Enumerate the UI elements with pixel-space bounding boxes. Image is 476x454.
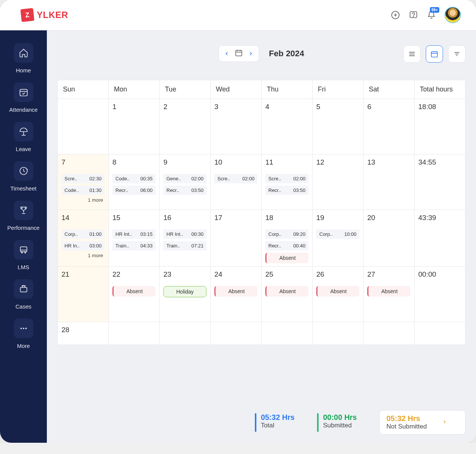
calendar-day-cell[interactable]: 9Gene..02:00Recr..03:50 — [160, 154, 211, 210]
sidebar-item-cases[interactable]: Cases — [0, 276, 47, 315]
calendar-day-cell[interactable]: 10Scre..02:00 — [211, 154, 262, 210]
timesheet-entry[interactable]: HR Int..00:30 — [163, 229, 207, 239]
calendar-day-cell[interactable]: 13 — [364, 154, 415, 210]
entry-hours: 03:15 — [140, 231, 153, 237]
day-number: 13 — [367, 158, 410, 166]
prev-month-button[interactable] — [223, 49, 231, 58]
calendar-day-cell[interactable]: 7Scre..02:30Code..01:301 more — [58, 154, 109, 210]
entry-title: Scre.. — [64, 176, 77, 181]
entry-title: Corp.. — [64, 231, 78, 237]
filter-button[interactable] — [448, 45, 466, 63]
entry-hours: 03:50 — [293, 187, 305, 193]
calendar-day-cell[interactable]: 26Absent — [313, 267, 364, 322]
calendar-day-cell[interactable]: 6 — [364, 99, 415, 154]
avatar[interactable] — [445, 7, 461, 23]
calendar-icon[interactable] — [235, 49, 243, 58]
sidebar-item-home[interactable]: Home — [0, 39, 47, 79]
entry-title: Scre.. — [268, 176, 281, 181]
calendar-day-cell[interactable]: 3 — [211, 99, 262, 154]
view-controls — [403, 45, 466, 63]
timesheet-entry[interactable]: HR Int..03:15 — [112, 229, 156, 239]
month-label: Feb 2024 — [269, 49, 304, 58]
day-number: 16 — [163, 214, 207, 222]
more-link[interactable]: 1 more — [61, 253, 105, 258]
sidebar-item-leave[interactable]: Leave — [0, 118, 47, 157]
list-view-button[interactable] — [403, 45, 421, 63]
chevron-right-icon — [442, 418, 447, 426]
timesheet-entry[interactable]: Recr..06:00 — [112, 186, 156, 195]
timesheet-entry[interactable]: Recr..03:50 — [265, 186, 308, 195]
calendar-day-cell[interactable] — [58, 99, 109, 154]
timesheet-entry[interactable]: Recr..03:50 — [163, 186, 207, 195]
timesheet-entry[interactable]: Corp..10:00 — [316, 229, 359, 239]
entry-hours: 01:00 — [89, 231, 102, 237]
timesheet-entry[interactable]: Scre..02:00 — [214, 174, 257, 183]
day-number: 24 — [214, 270, 257, 279]
timesheet-entry[interactable]: Corp..09:20 — [265, 229, 308, 239]
sidebar-item-more[interactable]: More — [0, 315, 47, 354]
summary-not-submitted-card[interactable]: 05:32 Hrs Not Submitted — [379, 410, 466, 435]
summary-total-label: Total — [261, 422, 295, 429]
help-icon[interactable] — [409, 10, 418, 20]
calendar-day-cell[interactable]: 1 — [109, 99, 160, 154]
timesheet-entry[interactable]: Code..01:30 — [61, 186, 105, 195]
calendar-day-cell[interactable]: 27Absent — [364, 267, 415, 322]
calendar-day-cell[interactable]: 16HR Int..00:30Train..07:21 — [160, 210, 211, 266]
sidebar-item-lms[interactable]: LMS — [0, 236, 47, 276]
calendar-day-cell[interactable] — [262, 322, 313, 345]
calendar-day-cell[interactable]: 11Scre..02:00Recr..03:50 — [262, 154, 313, 210]
calendar-day-cell[interactable]: 28 — [58, 322, 109, 345]
next-month-button[interactable] — [247, 49, 255, 58]
calendar-day-cell[interactable]: 17 — [211, 210, 262, 266]
timesheet-entry[interactable]: HR In..03:00 — [61, 241, 105, 250]
timesheet-entry[interactable]: Code..00:35 — [112, 174, 156, 183]
calendar-day-cell[interactable]: 19Corp..10:00 — [313, 210, 364, 266]
bell-icon[interactable]: ✦ 99+ — [427, 10, 436, 20]
calendar-day-cell[interactable] — [160, 322, 211, 345]
calendar-day-cell[interactable]: 14Corp..01:00HR In..03:001 more — [58, 210, 109, 266]
calendar-day-cell[interactable]: 18Corp..09:20Recr..00:40Absent — [262, 210, 313, 266]
timesheet-entry[interactable]: Train..04:33 — [112, 241, 156, 250]
calendar-day-cell[interactable]: 2 — [160, 99, 211, 154]
calendar-view-button[interactable] — [426, 45, 443, 63]
timesheet-entry[interactable]: Scre..02:00 — [265, 174, 308, 183]
svg-rect-5 — [20, 89, 27, 96]
calendar-day-cell[interactable] — [109, 322, 160, 345]
sidebar-item-timesheet[interactable]: Timesheet — [0, 157, 47, 197]
logo-badge: Z — [20, 8, 34, 22]
timesheet-entry[interactable]: Gene..02:00 — [163, 174, 207, 183]
calendar-day-cell[interactable]: 23Holiday — [160, 267, 211, 322]
day-number: 11 — [265, 158, 308, 166]
more-link[interactable]: 1 more — [61, 197, 105, 203]
calendar-day-cell[interactable]: 25Absent — [262, 267, 313, 322]
timesheet-entry[interactable]: Corp..01:00 — [61, 229, 105, 239]
summary-notsubmitted-label: Not Submitted — [386, 423, 427, 430]
calendar-day-cell[interactable]: 21 — [58, 267, 109, 322]
brand-logo[interactable]: Z YLKER — [21, 9, 68, 21]
day-number: 12 — [316, 158, 359, 166]
month-picker — [219, 45, 259, 62]
timesheet-entry[interactable]: Scre..02:30 — [61, 174, 105, 183]
calendar-day-cell[interactable] — [211, 322, 262, 345]
calendar-day-cell[interactable]: 5 — [313, 99, 364, 154]
sidebar-item-performance[interactable]: Performance — [0, 197, 47, 236]
timesheet-entry[interactable]: Train..07:21 — [163, 241, 207, 250]
summary-total-value: 05:32 Hrs — [261, 413, 295, 422]
calendar-day-cell[interactable]: 20 — [364, 210, 415, 266]
calendar-day-cell[interactable]: 4 — [262, 99, 313, 154]
sidebar-item-attendance[interactable]: Attendance — [0, 79, 47, 118]
add-icon[interactable] — [391, 10, 400, 20]
week-total-cell: 18:08 — [415, 99, 465, 154]
calendar-day-cell[interactable]: 12 — [313, 154, 364, 210]
calendar-day-cell[interactable]: 24Absent — [211, 267, 262, 322]
calendar-day-cell[interactable]: 22Absent — [109, 267, 160, 322]
entry-title: Recr.. — [268, 187, 281, 193]
lms-icon — [14, 240, 33, 259]
calendar-day-cell[interactable] — [364, 322, 415, 345]
calendar-day-cell[interactable]: 8Code..00:35Recr..06:00 — [109, 154, 160, 210]
calendar-day-cell[interactable] — [313, 322, 364, 345]
calendar-day-cell[interactable]: 15HR Int..03:15Train..04:33 — [109, 210, 160, 266]
calendar-row: 28 — [58, 322, 465, 345]
timesheet-entry[interactable]: Recr..00:40 — [265, 241, 308, 250]
entry-hours: 03:00 — [89, 243, 102, 249]
